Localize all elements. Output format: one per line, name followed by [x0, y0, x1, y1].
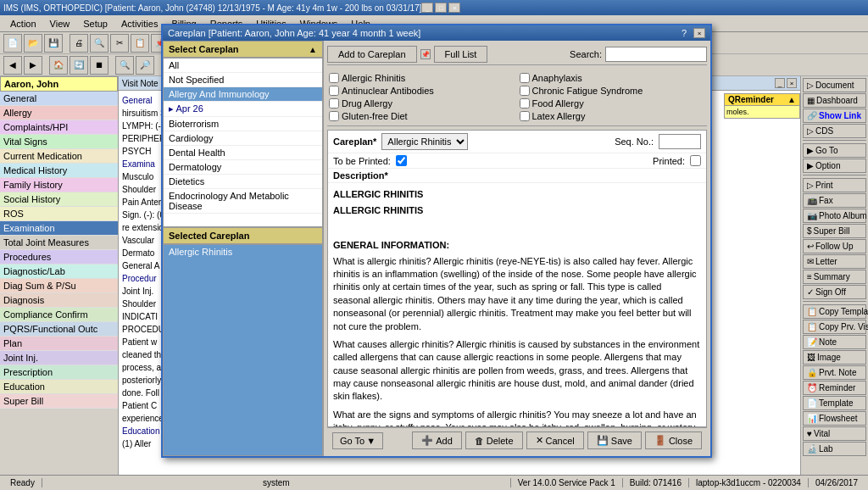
sidebar-item-plan[interactable]: Plan — [0, 337, 118, 351]
sidebar-item-diagnosis[interactable]: Diagnosis — [0, 293, 118, 308]
right-btn-lab[interactable]: 🔬 Lab — [803, 442, 866, 456]
right-btn-note[interactable]: 📝 Note — [803, 335, 866, 349]
sidebar-item-joint-inj[interactable]: Joint Inj. — [0, 351, 118, 365]
careplan-item-endocrinology[interactable]: Endocrinology And Metabolic Disease — [164, 189, 322, 214]
sidebar-item-examination[interactable]: Examination — [0, 221, 118, 236]
cb-allergic-rhinitis-input[interactable] — [329, 73, 339, 83]
sidebar-item-education[interactable]: Education — [0, 380, 118, 394]
sidebar-item-family-history[interactable]: Family History — [0, 178, 118, 192]
tab-pin-btn[interactable]: 📌 — [420, 49, 431, 59]
careplan-item-allergy-immunology[interactable]: Allergy And Immunology — [164, 87, 322, 102]
careplan-category-list[interactable]: All Not Specified Allergy And Immunology… — [163, 58, 323, 227]
cancel-button[interactable]: ✕ Cancel — [526, 432, 584, 449]
careplan-field-select[interactable]: Allergic Rhinitis — [381, 133, 468, 150]
cb-food-allergy-input[interactable] — [520, 98, 530, 109]
sidebar-item-procedures[interactable]: Procedures — [0, 250, 118, 264]
careplan-item-dietetics[interactable]: Dietetics — [164, 175, 322, 189]
right-btn-fax[interactable]: 📠 Fax — [803, 193, 866, 208]
sidebar-item-diaglab[interactable]: Diagnostic/Lab — [0, 264, 118, 279]
right-btn-signoff[interactable]: ✓ Sign Off — [803, 285, 866, 299]
right-btn-vital[interactable]: ♥ Vital — [803, 426, 866, 441]
careplan-item-notspecified[interactable]: Not Specified — [164, 73, 322, 87]
tb2-forward[interactable]: ▶ — [24, 56, 42, 75]
tb2-zoom-out[interactable]: 🔎 — [136, 56, 154, 75]
right-btn-photo[interactable]: 📷 Photo Album — [803, 209, 866, 223]
right-btn-dashboard[interactable]: ▦ Dashboard — [803, 93, 866, 108]
right-btn-copy-template[interactable]: 📋 Copy Template — [803, 304, 866, 319]
patient-name-item[interactable]: Aaron, John — [0, 76, 118, 92]
maximize-button[interactable]: □ — [435, 3, 447, 13]
selected-item-allergic-rhinitis[interactable]: Allergic Rhinitis — [164, 245, 322, 259]
tb2-back[interactable]: ◀ — [3, 56, 22, 75]
cb-anaphylaxis-input[interactable] — [520, 73, 530, 83]
close-dialog-button[interactable]: 🚪 Close — [645, 432, 702, 449]
sidebar-item-prescription[interactable]: Prescription — [0, 365, 118, 380]
tb2-zoom-in[interactable]: 🔍 — [115, 56, 134, 75]
sidebar-item-general[interactable]: General — [0, 92, 118, 106]
careplan-item-cardiology[interactable]: Cardiology — [164, 131, 322, 146]
right-btn-prvt-note[interactable]: 🔒 Prvt. Note — [803, 365, 866, 380]
right-btn-copy-prev[interactable]: 📋 Copy Prv. Visit — [803, 320, 866, 334]
careplan-item-apr26[interactable]: ▸ Apr 26 — [164, 102, 322, 117]
printed-checkbox[interactable] — [690, 155, 701, 166]
right-btn-cds[interactable]: ▷ CDS — [803, 124, 866, 138]
menu-view[interactable]: View — [43, 17, 77, 31]
menu-setup[interactable]: Setup — [76, 17, 114, 31]
cb-drug-allergy-input[interactable] — [329, 98, 339, 109]
cb-chronic-fatigue-input[interactable] — [520, 86, 530, 96]
sidebar-item-super-bill[interactable]: Super Bill — [0, 394, 118, 409]
sidebar-item-compliance[interactable]: Compliance Confirm — [0, 308, 118, 322]
seq-no-input[interactable] — [659, 134, 701, 149]
tb-preview[interactable]: 🔍 — [90, 34, 108, 53]
sidebar-item-vital[interactable]: Vital Signs — [0, 135, 118, 149]
tb-new[interactable]: 📄 — [3, 34, 22, 53]
visit-minimize-btn[interactable]: _ — [775, 78, 785, 88]
right-btn-superbill[interactable]: $ Super Bill — [803, 224, 866, 238]
delete-button[interactable]: 🗑 Delete — [465, 432, 523, 449]
dialog-help-button[interactable]: ? — [682, 28, 687, 38]
careplan-item-dermatology[interactable]: Dermatology — [164, 160, 322, 175]
cb-gluten-free-input[interactable] — [329, 111, 339, 121]
add-button[interactable]: ➕ Add — [412, 432, 462, 449]
tab-full-list[interactable]: Full List — [434, 46, 488, 63]
sidebar-item-allergy[interactable]: Allergy — [0, 106, 118, 120]
right-btn-followup[interactable]: ↩ Follow Up — [803, 239, 866, 253]
right-btn-image[interactable]: 🖼 Image — [803, 350, 866, 365]
cb-latex-allergy-input[interactable] — [520, 111, 530, 121]
sidebar-item-current-med[interactable]: Current Medication — [0, 149, 118, 164]
scroll-up-btn[interactable]: ▲ — [309, 45, 317, 54]
goto-button[interactable]: Go To ▼ — [332, 432, 383, 449]
visit-close-btn[interactable]: × — [787, 78, 797, 88]
tb-save[interactable]: 💾 — [44, 34, 63, 53]
qreminder-close[interactable]: ▲ — [787, 95, 796, 104]
search-input[interactable] — [605, 47, 707, 62]
right-btn-showlink[interactable]: 🔗 Show Link — [803, 109, 866, 123]
sidebar-item-pqrs[interactable]: PQRS/Functional Outc — [0, 322, 118, 337]
tb-open[interactable]: 📂 — [24, 34, 42, 53]
right-btn-document[interactable]: ▷ Document — [803, 78, 866, 92]
sidebar-item-complaints[interactable]: Complaints/HPI — [0, 120, 118, 135]
right-btn-template[interactable]: 📄 Template — [803, 396, 866, 410]
tb2-refresh[interactable]: 🔄 — [70, 56, 88, 75]
to-be-printed-checkbox[interactable] — [396, 155, 407, 166]
sidebar-item-diag-sum[interactable]: Diag Sum & P/Su — [0, 279, 118, 293]
right-btn-summary[interactable]: ≡ Summary — [803, 270, 866, 284]
right-btn-reminder[interactable]: ⏰ Reminder — [803, 381, 866, 395]
right-btn-option[interactable]: ▶ Option — [803, 159, 866, 173]
sidebar-item-social-history[interactable]: Social History — [0, 192, 118, 207]
cb-antinuclear-input[interactable] — [329, 86, 339, 96]
minimize-button[interactable]: _ — [421, 3, 433, 13]
selected-careplan-list[interactable]: Allergic Rhinitis — [163, 244, 323, 456]
sidebar-item-ros[interactable]: ROS — [0, 207, 118, 221]
sidebar-item-medical-history[interactable]: Medical History — [0, 164, 118, 178]
dialog-close-button[interactable]: × — [693, 28, 705, 38]
careplan-item-bioterrorism[interactable]: Bioterrorism — [164, 117, 322, 131]
careplan-item-dental[interactable]: Dental Health — [164, 146, 322, 160]
right-btn-letter[interactable]: ✉ Letter — [803, 254, 866, 269]
save-button[interactable]: 💾 Save — [587, 432, 642, 449]
sidebar-item-joint-measures[interactable]: Total Joint Measures — [0, 236, 118, 250]
careplan-item-all[interactable]: All — [164, 58, 322, 73]
menu-action[interactable]: Action — [3, 17, 43, 31]
right-btn-print[interactable]: ▷ Print — [803, 178, 866, 192]
tb-copy[interactable]: 📋 — [131, 34, 149, 53]
